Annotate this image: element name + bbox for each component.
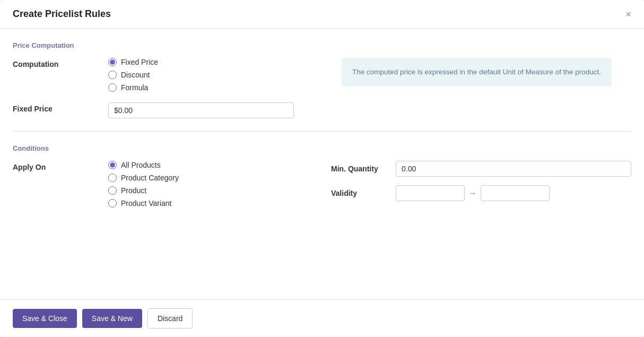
discard-button[interactable]: Discard	[147, 308, 193, 329]
radio-product-input[interactable]	[108, 186, 117, 195]
modal-overlay: Create Pricelist Rules × Price Computati…	[0, 0, 644, 337]
price-computation-section-title: Price Computation	[13, 41, 631, 49]
modal: Create Pricelist Rules × Price Computati…	[0, 0, 644, 337]
save-new-button[interactable]: Save & New	[82, 309, 142, 328]
validity-end-input[interactable]	[481, 185, 550, 201]
section-divider	[13, 131, 631, 132]
apply-on-radio-group: All Products Product Category Product	[108, 161, 331, 208]
fixed-price-label: Fixed Price	[13, 102, 108, 113]
radio-all-products[interactable]: All Products	[108, 161, 331, 169]
radio-product-category-input[interactable]	[108, 174, 117, 182]
validity-start-input[interactable]	[396, 185, 465, 201]
min-quantity-input[interactable]	[396, 161, 631, 177]
validity-inputs: →	[396, 185, 631, 201]
apply-on-group: Apply On All Products Product Category	[13, 161, 331, 208]
conditions-section-title: Conditions	[13, 144, 631, 152]
arrow-icon: →	[469, 189, 476, 197]
computation-label: Computation	[13, 58, 108, 68]
radio-fixed-price-input[interactable]	[108, 58, 117, 66]
min-validity-group: Min. Quantity Validity →	[331, 161, 631, 201]
radio-all-products-input[interactable]	[108, 161, 117, 169]
radio-fixed-price-label: Fixed Price	[121, 58, 158, 66]
save-close-button[interactable]: Save & Close	[13, 309, 77, 328]
radio-formula[interactable]: Formula	[108, 83, 331, 92]
validity-row: Validity →	[331, 185, 631, 201]
radio-discount[interactable]: Discount	[108, 71, 331, 79]
radio-all-products-label: All Products	[121, 161, 161, 169]
validity-label: Validity	[331, 189, 389, 197]
min-quantity-label: Min. Quantity	[331, 165, 389, 173]
modal-body: Price Computation Computation Fixed Pric…	[0, 29, 644, 299]
radio-product-label: Product	[121, 186, 146, 195]
radio-formula-label: Formula	[121, 83, 148, 92]
radio-product[interactable]: Product	[108, 186, 331, 195]
fixed-price-input[interactable]	[108, 102, 294, 118]
radio-product-variant[interactable]: Product Variant	[108, 199, 331, 208]
computation-row: Computation Fixed Price Discount Form	[13, 58, 631, 92]
radio-product-category-label: Product Category	[121, 174, 179, 182]
radio-product-variant-input[interactable]	[108, 199, 117, 208]
conditions-row: Apply On All Products Product Category	[13, 161, 631, 208]
conditions-section: Conditions Apply On All Products	[13, 144, 631, 208]
modal-header: Create Pricelist Rules ×	[0, 0, 644, 29]
radio-fixed-price[interactable]: Fixed Price	[108, 58, 331, 66]
radio-product-variant-label: Product Variant	[121, 199, 171, 208]
radio-discount-label: Discount	[121, 71, 150, 79]
radio-discount-input[interactable]	[108, 71, 117, 79]
computation-radio-group: Fixed Price Discount Formula	[108, 58, 331, 92]
info-box: The computed price is expressed in the d…	[342, 58, 612, 87]
modal-title: Create Pricelist Rules	[13, 8, 111, 20]
apply-on-label: Apply On	[13, 161, 108, 171]
radio-product-category[interactable]: Product Category	[108, 174, 331, 182]
fixed-price-group: Fixed Price	[13, 102, 631, 118]
close-button[interactable]: ×	[625, 10, 631, 19]
min-qty-row: Min. Quantity	[331, 161, 631, 177]
radio-formula-input[interactable]	[108, 83, 117, 92]
computation-left: Computation Fixed Price Discount Form	[13, 58, 331, 92]
modal-footer: Save & Close Save & New Discard	[0, 299, 644, 337]
